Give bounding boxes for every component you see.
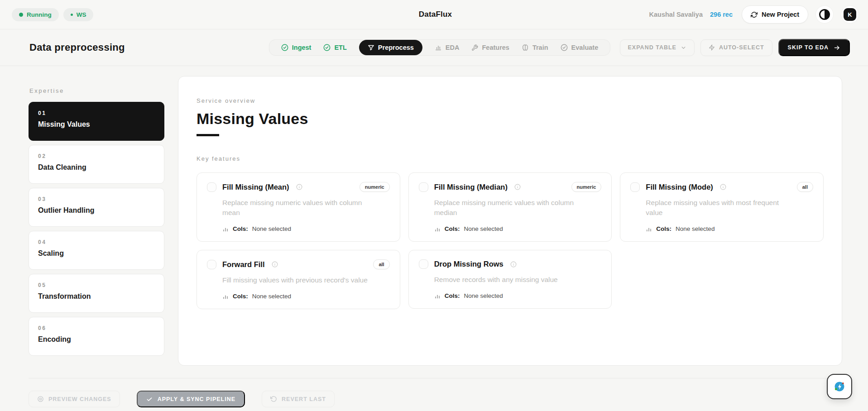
cols-value: None selected	[464, 225, 503, 232]
header-status-group: Running WS	[12, 8, 419, 21]
service-overview-panel: Service overview Missing Values Key feat…	[178, 76, 842, 366]
wrench-icon	[471, 44, 478, 51]
cols-value: None selected	[676, 225, 715, 232]
check-circle-icon	[281, 44, 288, 51]
step-number: 04	[38, 239, 155, 245]
feature-description: Fill missing values with previous record…	[222, 275, 390, 285]
feature-checkbox[interactable]	[207, 182, 216, 192]
cols-label: Cols:	[233, 293, 248, 300]
sidebar-item-missing-values[interactable]: 01 Missing Values	[29, 102, 164, 141]
apply-sync-pipeline-label: APPLY & SYNC PIPELINE	[158, 396, 235, 402]
feature-description: Remove records with any missing value	[434, 275, 602, 285]
step-number: 03	[38, 196, 155, 202]
feature-checkbox[interactable]	[207, 260, 216, 269]
content-area: Expertise 01 Missing Values 02 Data Clea…	[0, 66, 868, 378]
skip-to-eda-button[interactable]: SKIP TO EDA	[778, 39, 850, 56]
tab-ingest[interactable]: Ingest	[281, 44, 312, 51]
expand-table-label: EXPAND TABLE	[628, 44, 676, 51]
tab-evaluate[interactable]: Evaluate	[561, 44, 599, 51]
workspace-label: WS	[77, 11, 86, 18]
scope-badge: all	[373, 259, 389, 269]
step-label: Outlier Handling	[38, 206, 155, 215]
expand-table-button[interactable]: EXPAND TABLE	[620, 39, 695, 56]
service-title: Missing Values	[197, 110, 824, 128]
info-icon[interactable]	[720, 184, 726, 190]
tab-features-label: Features	[482, 44, 509, 51]
tab-train[interactable]: Train	[522, 44, 548, 51]
step-number: 06	[38, 325, 155, 331]
cols-label: Cols:	[656, 225, 671, 232]
feature-card-fill-missing-median: Fill Missing (Median) numeric Replace mi…	[408, 172, 612, 242]
sidebar-item-data-cleaning[interactable]: 02 Data Cleaning	[29, 145, 164, 184]
preview-changes-button[interactable]: PREVIEW CHANGES	[29, 391, 120, 407]
new-project-button[interactable]: New Project	[742, 5, 808, 24]
check-circle-icon	[561, 44, 568, 51]
scope-badge: all	[797, 182, 813, 192]
user-name: Kaushal Savaliya	[649, 11, 703, 18]
user-avatar[interactable]: K	[841, 5, 859, 24]
action-footer: PREVIEW CHANGES APPLY & SYNC PIPELINE RE…	[29, 378, 850, 407]
step-label: Transformation	[38, 292, 155, 301]
sidebar-item-transformation[interactable]: 05 Transformation	[29, 274, 164, 313]
feature-title: Fill Missing (Mean)	[222, 183, 289, 191]
cols-value: None selected	[252, 225, 291, 232]
columns-bar-icon	[222, 226, 229, 232]
sidebar-item-scaling[interactable]: 04 Scaling	[29, 231, 164, 270]
tab-preprocess[interactable]: Preprocess	[359, 40, 422, 55]
feature-checkbox[interactable]	[419, 182, 428, 192]
columns-bar-icon	[434, 226, 441, 232]
check-circle-icon	[323, 44, 331, 51]
feature-title: Fill Missing (Median)	[434, 183, 508, 191]
key-features-label: Key features	[197, 155, 824, 162]
feature-description: Replace missing numeric values with colu…	[222, 198, 390, 218]
feature-title: Drop Missing Rows	[434, 260, 504, 268]
pipeline-tabbar: Ingest ETL Preprocess EDA Features Train…	[269, 39, 610, 56]
tab-train-label: Train	[532, 44, 548, 51]
cols-label: Cols:	[445, 292, 460, 299]
workspace-dot-icon	[71, 14, 73, 16]
new-project-label: New Project	[762, 11, 799, 18]
bar-chart-icon	[435, 44, 442, 51]
tab-evaluate-label: Evaluate	[571, 44, 599, 51]
tab-eda[interactable]: EDA	[435, 44, 460, 51]
chevron-down-icon	[681, 45, 686, 51]
apply-sync-pipeline-button[interactable]: APPLY & SYNC PIPELINE	[137, 391, 245, 407]
lightning-icon	[709, 44, 715, 51]
info-icon[interactable]	[296, 184, 302, 190]
feature-title: Fill Missing (Mode)	[646, 183, 713, 191]
funnel-icon	[368, 44, 374, 51]
theme-toggle-button[interactable]	[815, 5, 834, 24]
columns-bar-icon	[434, 293, 441, 299]
tab-features[interactable]: Features	[471, 44, 509, 51]
cols-value: None selected	[464, 292, 503, 299]
auto-select-button[interactable]: AUTO-SELECT	[700, 39, 772, 56]
step-number: 05	[38, 282, 155, 288]
columns-bar-icon	[646, 226, 652, 232]
feature-description: Replace missing numeric values with colu…	[434, 198, 602, 218]
info-icon[interactable]	[272, 261, 278, 268]
sidebar-item-encoding[interactable]: 06 Encoding	[29, 317, 164, 356]
cols-label: Cols:	[445, 225, 460, 232]
brain-icon	[522, 44, 529, 51]
tab-ingest-label: Ingest	[292, 44, 312, 51]
contrast-icon	[819, 9, 830, 20]
info-icon[interactable]	[514, 184, 521, 190]
preview-eye-icon	[37, 396, 44, 402]
tab-etl-label: ETL	[334, 44, 346, 51]
feature-checkbox[interactable]	[419, 259, 428, 269]
feature-checkbox[interactable]	[630, 182, 640, 192]
info-icon[interactable]	[510, 261, 517, 268]
assistant-fab-button[interactable]	[827, 374, 852, 399]
top-header: Running WS DataFlux Kaushal Savaliya 296…	[0, 0, 868, 29]
app-title: DataFlux	[419, 10, 452, 19]
toolbar-actions: EXPAND TABLE AUTO-SELECT SKIP TO EDA	[610, 39, 850, 56]
tab-etl[interactable]: ETL	[323, 44, 346, 51]
pipeline-toolbar: Data preprocessing Ingest ETL Preprocess…	[0, 29, 868, 66]
running-status-badge: Running	[12, 8, 59, 21]
step-label: Encoding	[38, 335, 155, 344]
revert-last-button[interactable]: REVERT LAST	[262, 391, 335, 407]
record-count: 296 rec	[710, 11, 733, 18]
rotate-ccw-icon	[270, 396, 277, 402]
page-title: Data preprocessing	[29, 42, 269, 53]
sidebar-item-outlier-handling[interactable]: 03 Outlier Handling	[29, 188, 164, 227]
